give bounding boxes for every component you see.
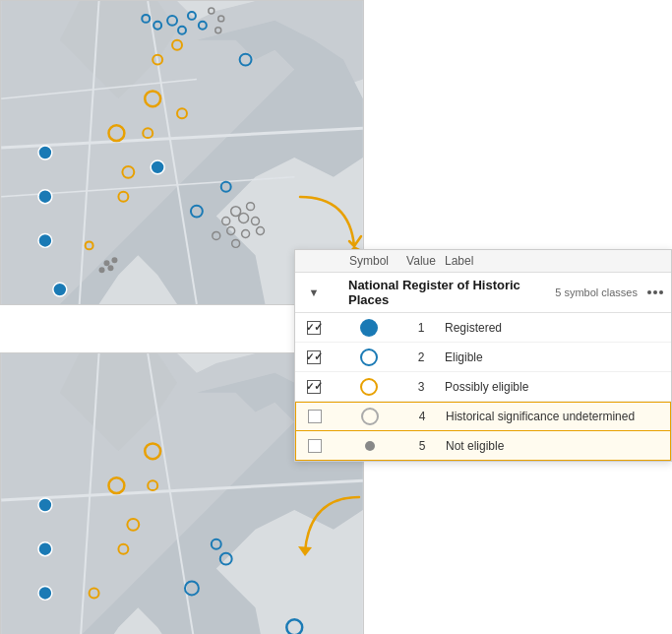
- symbol-circle-filled-blue: [360, 319, 378, 337]
- col-value-header: Value: [397, 254, 445, 268]
- more-options-button[interactable]: [647, 290, 663, 294]
- legend-row-4: 4 Historical significance undetermined: [295, 402, 671, 431]
- value-4: 4: [398, 410, 446, 423]
- value-1: 1: [397, 321, 445, 335]
- symbol-5: [341, 441, 398, 451]
- legend-column-headers: Symbol Value Label: [295, 250, 671, 273]
- svg-point-6: [38, 146, 52, 159]
- label-1: Registered: [445, 321, 663, 335]
- label-5: Not eligible: [446, 439, 662, 453]
- symbol-circle-outline-blue: [360, 349, 378, 366]
- checkbox-1[interactable]: ✓: [303, 321, 325, 335]
- svg-point-34: [99, 267, 105, 273]
- legend-layer-row: ▼ National Register of Historic Places 5…: [295, 273, 671, 313]
- checkbox-4[interactable]: [304, 410, 326, 423]
- svg-point-31: [104, 260, 110, 266]
- dot2: [653, 290, 657, 294]
- svg-point-32: [111, 257, 117, 263]
- svg-point-8: [38, 233, 52, 247]
- legend-panel: Symbol Value Label ▼ National Register o…: [294, 249, 672, 462]
- col-symbol-header: Symbol: [340, 254, 397, 268]
- symbol-circle-small-filled-gray: [365, 441, 375, 451]
- symbol-1: [340, 319, 397, 337]
- col-label-header: Label: [445, 254, 663, 268]
- svg-point-9: [151, 160, 164, 174]
- legend-row-3: ✓ 3 Possibly eligible: [295, 372, 671, 402]
- symbol-classes-label: 5 symbol classes: [555, 286, 638, 298]
- layer-name: National Register of Historic Places: [348, 278, 551, 307]
- layer-expand-check[interactable]: ▼: [303, 286, 325, 298]
- value-3: 3: [397, 380, 445, 394]
- value-2: 2: [397, 350, 445, 364]
- symbol-4: [341, 408, 398, 425]
- symbol-3: [340, 378, 397, 396]
- checkbox-2[interactable]: ✓: [303, 350, 325, 364]
- arrow-bottom: [290, 492, 369, 581]
- legend-row-1: ✓ 1 Registered: [295, 313, 671, 343]
- legend-row-5: 5 Not eligible: [295, 431, 671, 461]
- symbol-circle-outline-orange: [360, 378, 378, 396]
- label-4: Historical significance undetermined: [446, 410, 662, 423]
- svg-point-52: [38, 586, 52, 600]
- svg-point-7: [38, 190, 52, 204]
- checkbox-3[interactable]: ✓: [303, 380, 325, 394]
- dot1: [647, 290, 651, 294]
- value-5: 5: [398, 439, 446, 453]
- label-2: Eligible: [445, 350, 663, 364]
- symbol-2: [340, 349, 397, 366]
- legend-row-2: ✓ 2 Eligible: [295, 343, 671, 372]
- symbol-circle-outline-gray: [361, 408, 379, 425]
- svg-point-33: [107, 265, 113, 271]
- svg-point-51: [38, 542, 52, 556]
- checkbox-5[interactable]: [304, 439, 326, 453]
- svg-point-50: [38, 498, 52, 512]
- svg-point-10: [53, 283, 67, 296]
- svg-marker-67: [298, 546, 312, 556]
- dot3: [659, 290, 663, 294]
- label-3: Possibly eligible: [445, 380, 663, 394]
